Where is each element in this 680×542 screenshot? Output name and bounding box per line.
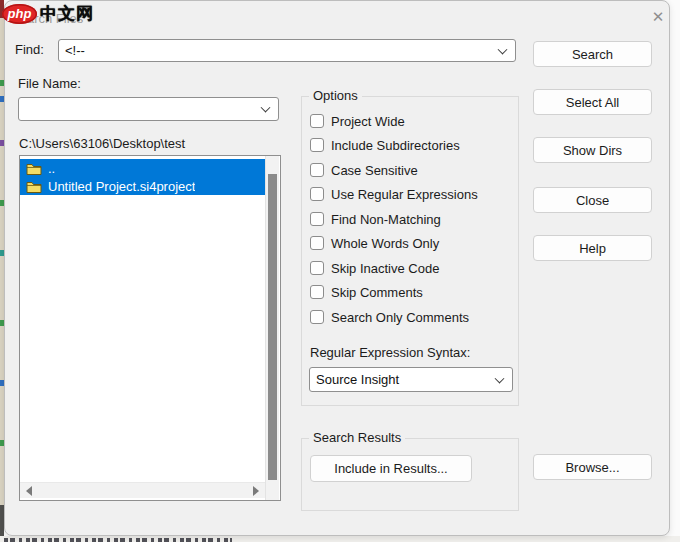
scroll-right-arrow-icon[interactable] [253, 486, 259, 496]
regex-syntax-label: Regular Expression Syntax: [310, 345, 470, 360]
find-label: Find: [15, 42, 44, 57]
checkbox-use-regular-expressions[interactable]: Use Regular Expressions [310, 185, 478, 203]
checkbox-label: Skip Comments [331, 285, 423, 300]
checkbox-icon [310, 236, 324, 250]
scroll-left-arrow-icon[interactable] [26, 486, 32, 496]
checkbox-label: Include Subdirectories [331, 138, 460, 153]
search-files-dialog: Search Files php 中文网 ✕ Find: <!-- Search… [4, 0, 670, 536]
background-cutoff-text [4, 538, 232, 542]
checkbox-icon [310, 114, 324, 128]
checkbox-include-subdirectories[interactable]: Include Subdirectories [310, 136, 460, 154]
checkbox-whole-words-only[interactable]: Whole Words Only [310, 234, 439, 252]
chevron-down-icon [495, 373, 505, 383]
checkbox-icon [310, 212, 324, 226]
checkbox-icon [310, 163, 324, 177]
checkbox-skip-comments[interactable]: Skip Comments [310, 283, 423, 301]
file-name-label: File Name: [18, 76, 81, 91]
horizontal-scrollbar[interactable] [20, 482, 265, 498]
checkbox-icon [310, 187, 324, 201]
checkbox-icon [310, 285, 324, 299]
include-in-results-button[interactable]: Include in Results... [310, 455, 472, 482]
options-group-legend: Options [309, 88, 362, 103]
checkbox-label: Case Sensitive [331, 163, 418, 178]
find-combobox-value: <!-- [65, 43, 85, 58]
search-results-group: Search Results Include in Results... [301, 438, 519, 511]
options-group: Options Project Wide Include Subdirector… [301, 96, 519, 406]
checkbox-icon [310, 310, 324, 324]
help-button[interactable]: Help [533, 235, 652, 261]
vertical-scrollbar[interactable] [265, 156, 279, 500]
checkbox-skip-inactive-code[interactable]: Skip Inactive Code [310, 259, 439, 277]
vertical-scrollbar-thumb[interactable] [268, 174, 277, 480]
chevron-down-icon [498, 44, 508, 54]
regex-syntax-value: Source Insight [316, 372, 399, 387]
file-listbox[interactable]: .. Untitled Project.si4project [19, 155, 281, 501]
find-combobox[interactable]: <!-- [58, 39, 516, 62]
list-item-label: Untitled Project.si4project [48, 179, 195, 194]
search-button[interactable]: Search [533, 41, 652, 67]
list-item[interactable]: Untitled Project.si4project [20, 177, 265, 195]
list-item-label: .. [48, 161, 55, 176]
checkbox-find-non-matching[interactable]: Find Non-Matching [310, 210, 441, 228]
checkbox-case-sensitive[interactable]: Case Sensitive [310, 161, 418, 179]
browse-button[interactable]: Browse... [533, 454, 652, 480]
close-icon[interactable]: ✕ [645, 5, 671, 29]
checkbox-icon [310, 138, 324, 152]
checkbox-search-only-comments[interactable]: Search Only Comments [310, 308, 469, 326]
folder-icon [26, 180, 42, 193]
list-item[interactable]: .. [20, 159, 265, 177]
checkbox-label: Search Only Comments [331, 310, 469, 325]
php-logo-badge: php [2, 4, 37, 24]
checkbox-icon [310, 261, 324, 275]
checkbox-label: Find Non-Matching [331, 212, 441, 227]
checkbox-label: Project Wide [331, 114, 405, 129]
directory-path: C:\Users\63106\Desktop\test [19, 136, 185, 151]
file-name-combobox[interactable] [18, 97, 279, 121]
show-dirs-button[interactable]: Show Dirs [533, 137, 652, 163]
folder-icon [26, 162, 42, 175]
regex-syntax-dropdown[interactable]: Source Insight [309, 367, 513, 392]
select-all-button[interactable]: Select All [533, 89, 652, 115]
checkbox-label: Use Regular Expressions [331, 187, 478, 202]
checkbox-label: Whole Words Only [331, 236, 439, 251]
php-cn-watermark-logo: php 中文网 [2, 2, 94, 25]
close-button[interactable]: Close [533, 187, 652, 213]
search-results-group-legend: Search Results [309, 430, 405, 445]
watermark-site-name: 中文网 [40, 2, 94, 25]
chevron-down-icon [261, 103, 271, 113]
checkbox-label: Skip Inactive Code [331, 261, 439, 276]
checkbox-project-wide[interactable]: Project Wide [310, 112, 405, 130]
